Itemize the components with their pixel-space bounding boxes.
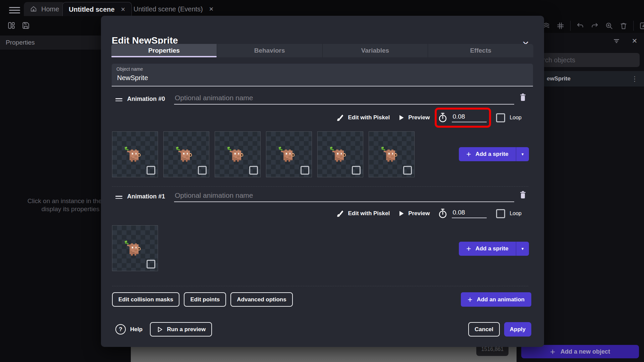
tab-untitled-scene[interactable]: Untitled scene ✕ [62, 2, 132, 16]
search-objects-input[interactable] [530, 53, 640, 67]
add-animation-button[interactable]: + Add an animation [461, 292, 531, 307]
frame-select-checkbox[interactable] [301, 166, 309, 175]
animation-0-frames [112, 131, 415, 177]
undo-icon[interactable] [576, 21, 585, 31]
drag-handle-icon[interactable] [115, 194, 122, 199]
hamburger-menu-icon[interactable] [9, 7, 20, 14]
object-name-field[interactable]: Object name [112, 64, 533, 86]
plus-icon: + [466, 149, 471, 159]
sprite-frame-thumbnail[interactable] [369, 131, 415, 177]
redo-icon[interactable] [590, 21, 599, 31]
tab-effects[interactable]: Effects [428, 44, 533, 57]
play-icon [398, 210, 405, 217]
pig-sprite-image [277, 145, 297, 165]
time-between-frames-field [438, 206, 488, 221]
frame-select-checkbox[interactable] [403, 166, 412, 175]
add-sprite-dropdown[interactable]: ▼ [516, 147, 529, 161]
delete-animation-button[interactable] [517, 92, 529, 104]
pig-sprite-image [123, 145, 143, 165]
frame-select-checkbox[interactable] [147, 166, 155, 175]
animation-name-input[interactable] [174, 191, 514, 202]
home-icon [30, 5, 37, 13]
chevron-down-icon: ▼ [521, 247, 525, 251]
sprite-frame-thumbnail[interactable] [112, 225, 158, 271]
object-name-input[interactable] [116, 74, 520, 82]
close-tab-icon[interactable]: ✕ [209, 6, 214, 13]
preview-button[interactable]: Preview [398, 114, 430, 121]
toolbar-divider [570, 21, 571, 31]
tab-untitled-scene-events[interactable]: Untitled scene (Events) ✕ [127, 2, 220, 16]
close-tab-icon[interactable]: ✕ [121, 6, 125, 13]
drag-handle-icon[interactable] [115, 97, 122, 101]
edit-sprite-dialog: Edit NewSprite ✕ Properties Behaviors Va… [101, 16, 544, 347]
sprite-frame-thumbnail[interactable] [163, 131, 209, 177]
loop-label: Loop [509, 115, 522, 121]
pig-sprite-image [329, 145, 348, 165]
animation-1-controls: Edit with Piskel Preview Loop [336, 206, 522, 221]
tab-home[interactable]: Home [24, 2, 65, 16]
sprite-frame-thumbnail[interactable] [266, 131, 312, 177]
pig-sprite-image [123, 239, 143, 259]
grid-icon[interactable] [556, 21, 565, 31]
zoom-in-icon[interactable] [604, 21, 614, 31]
tab-variables[interactable]: Variables [322, 44, 428, 57]
delete-icon[interactable] [619, 21, 628, 31]
add-sprite-button[interactable]: +Add a sprite ▼ [459, 242, 529, 256]
add-sprite-button[interactable]: +Add a sprite ▼ [459, 147, 529, 161]
top-tab-bar: Home Untitled scene ✕ Untitled scene (Ev… [0, 0, 644, 16]
apply-button[interactable]: Apply [504, 322, 531, 337]
loop-checkbox[interactable] [496, 209, 505, 218]
edit-with-piskel-button[interactable]: Edit with Piskel [336, 114, 390, 122]
edit-scene-icon[interactable] [639, 21, 644, 31]
object-item-menu-icon[interactable]: ⋮ [631, 75, 638, 83]
run-preview-button[interactable]: Run a preview [150, 322, 212, 337]
add-new-object-button[interactable]: + Add a new object [521, 345, 639, 358]
animation-divider [112, 186, 528, 187]
add-sprite-dropdown[interactable]: ▼ [516, 242, 529, 256]
tab-label: Home [41, 5, 59, 13]
sprite-frame-thumbnail[interactable] [112, 131, 158, 177]
dialog-tabbar: Properties Behaviors Variables Effects [111, 44, 533, 57]
frame-select-checkbox[interactable] [147, 260, 155, 268]
frame-select-checkbox[interactable] [352, 166, 361, 175]
cancel-button[interactable]: Cancel [468, 322, 500, 337]
pig-sprite-image [226, 145, 246, 165]
tab-properties[interactable]: Properties [111, 44, 217, 57]
stopwatch-icon [438, 208, 448, 219]
time-between-frames-input[interactable] [452, 209, 487, 218]
animation-name-input[interactable] [174, 94, 514, 105]
delete-animation-button[interactable] [517, 189, 529, 201]
pig-sprite-image [175, 145, 194, 165]
stopwatch-icon [438, 112, 448, 123]
edit-points-button[interactable]: Edit points [184, 292, 226, 307]
help-button[interactable]: ? Help [115, 324, 143, 335]
close-panel-icon[interactable]: ✕ [630, 36, 639, 46]
animation-1-header: Animation #1 [115, 189, 529, 202]
save-icon[interactable] [21, 21, 31, 30]
tab-behaviors[interactable]: Behaviors [217, 44, 322, 57]
preview-button[interactable]: Preview [398, 210, 430, 217]
help-icon: ? [115, 324, 126, 335]
edit-collision-masks-button[interactable]: Edit collision masks [112, 292, 179, 307]
animation-1-frames [112, 225, 158, 271]
layout-panels-icon[interactable] [7, 21, 16, 30]
edit-with-piskel-button[interactable]: Edit with Piskel [336, 209, 390, 218]
filter-icon[interactable] [612, 36, 621, 46]
frame-select-checkbox[interactable] [198, 166, 207, 175]
loop-checkbox[interactable] [496, 113, 505, 122]
animation-title: Animation #1 [127, 193, 165, 200]
object-name-label: Object name [116, 66, 143, 72]
time-between-frames-input[interactable] [452, 113, 487, 122]
play-outline-icon [156, 326, 163, 333]
tab-label: Untitled scene [69, 6, 115, 13]
sprite-frame-thumbnail[interactable] [215, 131, 261, 177]
sprite-frame-thumbnail[interactable] [317, 131, 363, 177]
loop-label: Loop [509, 210, 522, 217]
brush-icon [336, 114, 344, 122]
frame-select-checkbox[interactable] [249, 166, 258, 175]
trash-icon [519, 190, 527, 200]
animation-divider [112, 286, 528, 286]
toolbar-divider [633, 21, 634, 31]
advanced-options-button[interactable]: Advanced options [230, 292, 292, 307]
pig-sprite-image [380, 145, 399, 165]
